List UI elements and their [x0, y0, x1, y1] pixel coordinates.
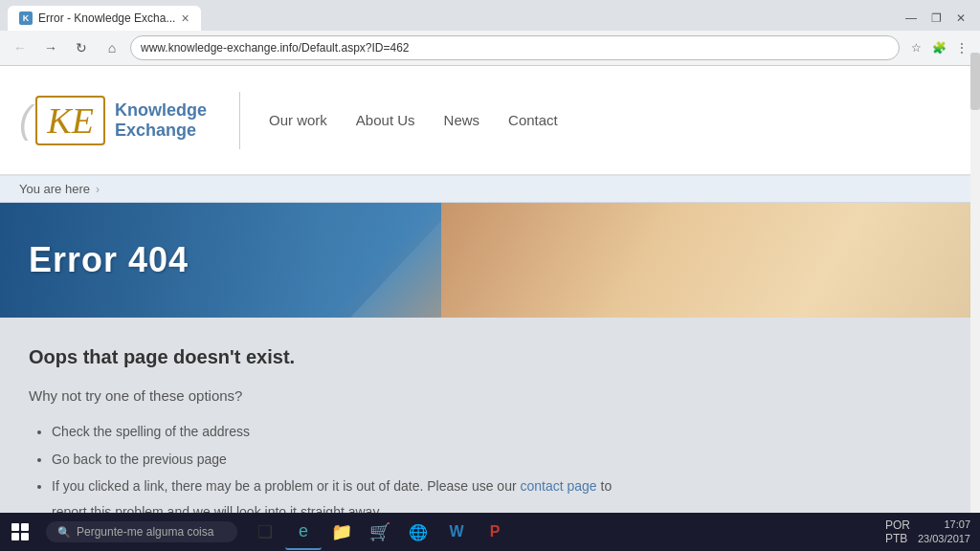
breadcrumb-chevron: ›: [96, 183, 100, 196]
browser-titlebar: K Error - Knowledge Excha... × — ❐ ✕: [0, 0, 980, 31]
win-logo-sq1: [11, 523, 19, 531]
hero-photo: [441, 203, 980, 318]
error-heading: Error 404: [0, 240, 217, 280]
contact-page-link[interactable]: contact page: [520, 478, 596, 494]
taskbar-language: PORPTB: [885, 518, 910, 545]
forward-button[interactable]: →: [38, 35, 63, 60]
taskbar-date-display: 23/03/2017: [918, 532, 970, 546]
error-oops-title: Oops that page doesn't exist.: [29, 346, 641, 368]
taskbar-time-display: 17:07: [918, 518, 970, 532]
logo-exchange: Exchange: [115, 121, 207, 141]
error-list-item-2: Go back to the previous page: [52, 447, 641, 473]
taskbar-task-view[interactable]: ❑: [247, 514, 283, 550]
tab-close-button[interactable]: ×: [181, 11, 189, 26]
error-list-item-1: Check the spelling of the address: [52, 419, 641, 445]
address-bar[interactable]: [130, 35, 900, 60]
back-button[interactable]: ←: [8, 35, 33, 60]
win-logo-sq4: [21, 533, 29, 540]
search-placeholder: Pergunte-me alguma coisa: [77, 525, 213, 539]
minimize-button[interactable]: —: [900, 10, 923, 27]
nav-about-us[interactable]: About Us: [356, 112, 415, 128]
menu-icon[interactable]: ⋮: [951, 37, 972, 58]
taskbar-chrome[interactable]: 🌐: [400, 514, 436, 550]
taskbar-store[interactable]: 🛒: [362, 514, 398, 550]
extensions-icon[interactable]: 🧩: [928, 37, 949, 58]
scrollbar-track[interactable]: [970, 53, 980, 513]
taskbar: 🔍 Pergunte-me alguma coisa ❑ e 📁 🛒 🌐 W P…: [0, 513, 980, 551]
header-divider: [239, 92, 240, 149]
taskbar-search[interactable]: 🔍 Pergunte-me alguma coisa: [46, 521, 237, 542]
scrollbar-thumb[interactable]: [970, 53, 980, 110]
nav-contact[interactable]: Contact: [508, 112, 558, 128]
tab-title: Error - Knowledge Excha...: [38, 11, 175, 25]
hero-banner: Error 404: [0, 203, 980, 318]
error-item3-pre: If you clicked a link, there may be a pr…: [52, 478, 520, 494]
logo-curve-icon: (: [19, 99, 32, 142]
home-button[interactable]: ⌂: [100, 35, 124, 60]
logo-area: ( KE Knowledge Exchange: [19, 96, 211, 145]
error-subtitle: Why not try one of these options?: [29, 387, 641, 404]
breadcrumb-bar: You are here ›: [0, 176, 980, 203]
taskbar-explorer[interactable]: 📁: [323, 514, 360, 550]
nav-our-work[interactable]: Our work: [269, 112, 327, 128]
win-logo-sq2: [21, 523, 29, 531]
logo-knowledge: Knowledge: [115, 100, 207, 121]
browser-window: K Error - Knowledge Excha... × — ❐ ✕ ← →…: [0, 0, 980, 551]
refresh-button[interactable]: ↻: [69, 35, 94, 60]
nav-news[interactable]: News: [444, 112, 480, 128]
maximize-button[interactable]: ❐: [924, 10, 947, 27]
logo-ke: KE: [35, 96, 105, 145]
toolbar-icons: ☆ 🧩 ⋮: [905, 37, 972, 58]
bookmark-icon[interactable]: ☆: [905, 37, 926, 58]
tab-favicon: K: [19, 11, 33, 25]
start-button[interactable]: [0, 513, 40, 551]
win-logo-sq3: [11, 533, 19, 540]
main-nav: Our work About Us News Contact: [269, 112, 558, 128]
browser-tab-active[interactable]: K Error - Knowledge Excha... ×: [8, 6, 201, 31]
search-icon: 🔍: [57, 526, 71, 539]
close-button[interactable]: ✕: [949, 10, 972, 27]
logo-text: Knowledge Exchange: [115, 100, 207, 141]
website-content: ( KE Knowledge Exchange Our work About U…: [0, 66, 980, 551]
browser-toolbar: ← → ↻ ⌂ ☆ 🧩 ⋮: [0, 31, 980, 66]
windows-logo-icon: [11, 523, 29, 540]
taskbar-powerpoint[interactable]: P: [477, 514, 513, 550]
taskbar-right: PORPTB 17:07 23/03/2017: [885, 518, 980, 547]
taskbar-word[interactable]: W: [438, 514, 475, 550]
taskbar-clock: 17:07 23/03/2017: [918, 518, 970, 547]
site-header: ( KE Knowledge Exchange Our work About U…: [0, 66, 980, 176]
breadcrumb-label: You are here: [19, 182, 90, 196]
taskbar-apps: ❑ e 📁 🛒 🌐 W P: [243, 514, 517, 550]
taskbar-sys-icons: PORPTB: [885, 518, 910, 545]
taskbar-edge[interactable]: e: [285, 514, 322, 550]
window-controls: — ❐ ✕: [900, 10, 972, 27]
